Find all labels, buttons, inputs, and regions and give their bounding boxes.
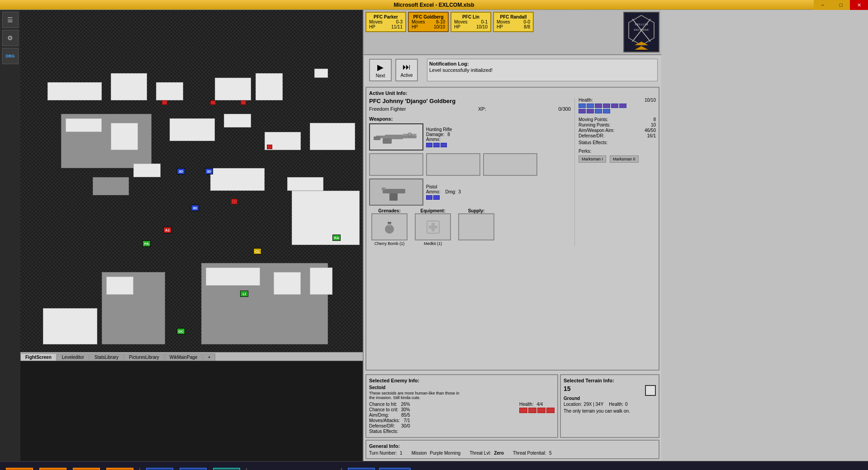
tab-statslibrary[interactable]: StatsLibrary xyxy=(90,353,123,361)
hp-pip-10 xyxy=(603,109,610,113)
ammo-pip-s2 xyxy=(433,195,440,200)
unit-marker-li: LI xyxy=(240,291,248,297)
health-header: Health: 10/10 xyxy=(579,98,656,103)
general-section-title: General Info: xyxy=(369,443,656,449)
spray-n-pray-action[interactable]: Spray N'Pray xyxy=(71,468,102,470)
primary-weapon-info: Hunting Rifle Damage: 8 Ammo: xyxy=(426,127,571,147)
unit-card-randall[interactable]: PFC Randall Moves 0-0 HP 8/8 xyxy=(493,12,534,32)
maximize-button[interactable]: □ xyxy=(832,0,850,10)
primary-ammo-bar xyxy=(426,143,571,147)
enemy-defense-row: Defense/DR: 30/0 xyxy=(369,423,410,428)
tab-wikmainpage[interactable]: WikMainPage xyxy=(165,353,203,361)
secondary-weapon-row: Pistol Ammo: Dmg: 3 xyxy=(369,179,571,206)
tab-add[interactable]: + xyxy=(203,353,215,361)
chance-hit-label: Chance to hit: xyxy=(369,402,397,407)
map-canvas[interactable]: 3D 3D 3D A1 PA RA CL LI GC xyxy=(20,10,363,352)
enemy-hp-3 xyxy=(537,408,545,413)
unit-card-goldberg[interactable]: PFC Goldberg Moves 8-10 HP 10/10 xyxy=(408,12,449,32)
chevron-2 xyxy=(635,46,648,50)
terrain-health-box xyxy=(645,385,656,396)
unit-card-parker[interactable]: PFC Parker Moves 0-3 HP 11/11 xyxy=(365,12,406,32)
supply-slot[interactable] xyxy=(458,213,494,240)
parker-moves-row: Moves 0-3 xyxy=(369,19,403,24)
close-button[interactable]: ✕ xyxy=(850,0,868,10)
equipment-section: Equipment: M xyxy=(413,208,453,246)
next-icon: ▶ xyxy=(377,62,384,72)
building-tile xyxy=(111,73,147,100)
enemy-status-row: Status Effects: xyxy=(369,429,410,434)
building-tile xyxy=(224,114,251,127)
general-info-row: Turn Number: 1 Mission Purple Morning Th… xyxy=(369,451,656,456)
enemy-marker xyxy=(210,100,216,105)
primary-weapon-slot[interactable] xyxy=(369,123,423,150)
debug-button[interactable]: DBG xyxy=(2,48,19,64)
defense-label: Defense/DR: xyxy=(579,133,604,138)
secondary-weapon-slot[interactable] xyxy=(369,179,423,206)
tab-fightscreen[interactable]: FightScreen xyxy=(20,353,57,361)
randall-hp-label: HP xyxy=(497,24,503,29)
pin-down-icon xyxy=(39,468,66,470)
attack-action[interactable]: Attack xyxy=(4,468,35,470)
defense-row: Defense/DR: 16/1 xyxy=(579,133,656,138)
perks-row: Marksman I Marksman II xyxy=(579,155,656,163)
use-equipment-action[interactable]: Use Equipment xyxy=(144,468,175,470)
secondary-weapon-info: Pistol Ammo: Dmg: 3 xyxy=(426,184,571,200)
run-n-gun-action[interactable]: Run N'Gun xyxy=(104,468,136,470)
randall-hp-row: HP 8/8 xyxy=(497,24,530,29)
building-tile xyxy=(47,82,102,100)
right-panel: PFC Parker Moves 0-3 HP 11/11 PFC Goldbe… xyxy=(363,10,661,461)
enemy-info-panel: Selected Enemy Info: Sectoid These secto… xyxy=(365,374,558,438)
reload-action[interactable]: Reload xyxy=(211,468,242,470)
primary-ammo-label: Ammo: xyxy=(426,137,571,142)
svg-rect-10 xyxy=(383,138,392,144)
lin-name: PFC Lin xyxy=(454,14,488,19)
grenade-slot[interactable] xyxy=(371,213,408,240)
ammo-pip-2 xyxy=(433,143,440,147)
enemy-health-bar xyxy=(519,408,555,413)
turn-val: 1 xyxy=(400,451,403,456)
pistol-icon xyxy=(378,181,414,203)
svg-rect-6 xyxy=(403,134,417,136)
unit-marker-gc: GC xyxy=(177,328,185,334)
equipment-label: Equipment: xyxy=(413,208,453,213)
threat-potential-label: Threat Potential: xyxy=(513,451,546,456)
enemy-moves-label: Moves/Attacks: xyxy=(369,418,400,423)
tab-leveleditor[interactable]: Leveleditor xyxy=(57,353,89,361)
inventory-row: Grenades: Ch xyxy=(369,208,571,246)
primary-weapon-name: Hunting Rifle xyxy=(426,127,571,132)
use-equipment-icon xyxy=(146,468,173,470)
svg-text:RECIPERE: RECIPERE xyxy=(634,28,649,32)
pin-down-action[interactable]: Pin Down xyxy=(37,468,69,470)
unit-card-lin[interactable]: PFC Lin Moves 0-1 HP 10/10 xyxy=(451,12,491,32)
settings-button[interactable]: ⚙ xyxy=(2,30,19,46)
building-tile xyxy=(292,191,360,245)
tab-bar: FightScreen Leveleditor StatsLibrary Pic… xyxy=(20,352,363,361)
health-label: Health: xyxy=(579,98,593,103)
running-points-val: 10 xyxy=(651,122,656,127)
active-button[interactable]: ⏭ Active xyxy=(395,59,418,81)
threat-lvl-label: Threat Lvl: xyxy=(470,451,491,456)
chevron-1 xyxy=(635,42,648,45)
hunker-action[interactable]: Hunker xyxy=(177,468,209,470)
minimize-button[interactable]: − xyxy=(814,0,832,10)
switch-weapon-icon xyxy=(348,468,375,470)
mission-val: Purple Morning xyxy=(430,451,460,456)
switch-weapon-action[interactable]: Switch Weapon xyxy=(346,468,377,470)
next-turn-action[interactable]: Next Turn xyxy=(379,468,411,470)
unit-bar: PFC Parker Moves 0-3 HP 11/11 PFC Goldbe… xyxy=(364,10,661,55)
building-tile xyxy=(287,177,323,191)
map-area[interactable]: 3D 3D 3D A1 PA RA CL LI GC FightScreen L… xyxy=(20,10,363,461)
weapons-section: Weapons: xyxy=(369,116,571,246)
primary-weapon-row: Hunting Rifle Damage: 8 Ammo: xyxy=(369,123,571,150)
menu-button[interactable]: ☰ xyxy=(2,12,19,28)
unit-marker-a1: A1 xyxy=(163,227,171,233)
bottom-action-bar: Attack Pin Down Spray N'Pray xyxy=(0,461,868,470)
grenades-label: Grenades: xyxy=(369,208,410,213)
building-tile xyxy=(310,268,332,295)
aim-label: Aim/Weapon Aim: xyxy=(579,128,614,133)
next-button[interactable]: ▶ Next xyxy=(369,59,392,81)
notification-message: Level successfully initialized! xyxy=(429,67,655,73)
tab-pictureslibrary[interactable]: PicturesLibrary xyxy=(124,353,164,361)
equipment-slot[interactable] xyxy=(415,213,451,240)
parker-hp-label: HP xyxy=(369,24,375,29)
